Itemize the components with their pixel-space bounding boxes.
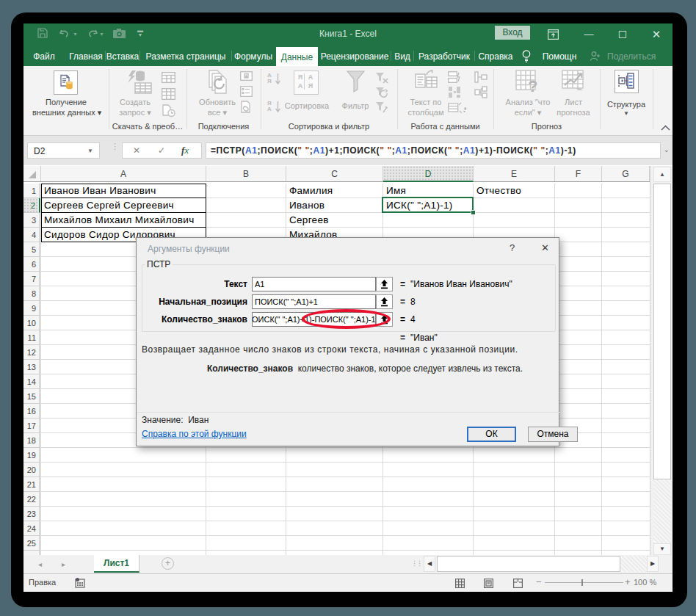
svg-text:?: ? bbox=[528, 77, 537, 95]
